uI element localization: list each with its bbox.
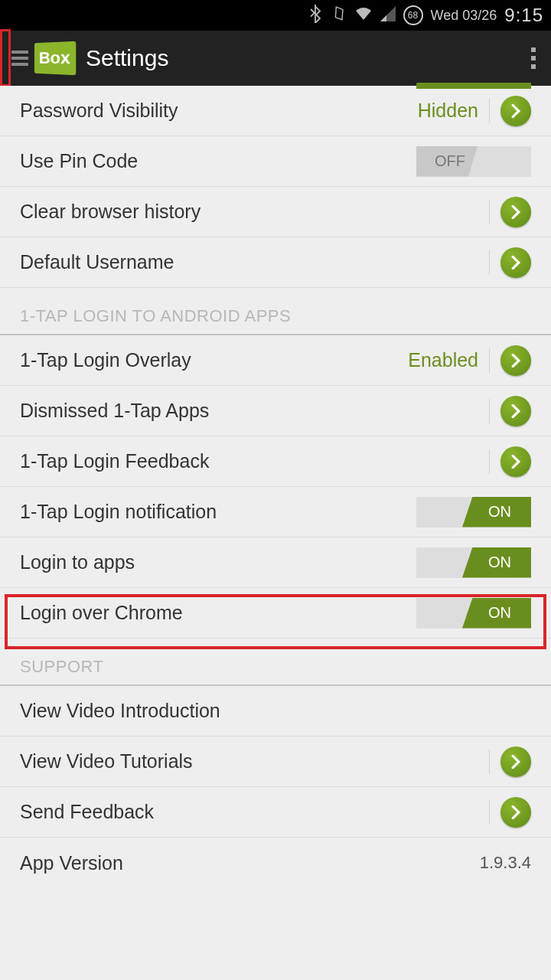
section-header-1tap: 1-TAP LOGIN TO ANDROID APPS bbox=[0, 288, 551, 335]
signal-icon bbox=[380, 6, 396, 25]
toggle-state: OFF bbox=[429, 152, 465, 170]
row-video-tutorials[interactable]: View Video Tutorials bbox=[0, 737, 551, 787]
chevron-right-icon[interactable] bbox=[500, 247, 531, 278]
divider bbox=[489, 250, 490, 275]
toggle-pin-code[interactable]: OFF bbox=[416, 146, 531, 177]
divider bbox=[489, 800, 490, 825]
app-version-value: 1.9.3.4 bbox=[480, 853, 531, 873]
app-logo: Box bbox=[34, 41, 76, 76]
row-password-visibility[interactable]: Password Visibility Hidden bbox=[0, 86, 551, 136]
chevron-right-icon[interactable] bbox=[500, 396, 531, 426]
divider bbox=[489, 399, 490, 423]
battery-level: 68 bbox=[408, 10, 418, 21]
chevron-right-icon[interactable] bbox=[500, 345, 531, 376]
row-default-username[interactable]: Default Username bbox=[0, 237, 551, 288]
row-label: Login to apps bbox=[20, 551, 416, 573]
row-1tap-notification[interactable]: 1-Tap Login notification ON bbox=[0, 487, 551, 537]
row-label: Login over Chrome bbox=[20, 602, 416, 624]
row-label: View Video Tutorials bbox=[20, 750, 489, 773]
row-label: Dismissed 1-Tap Apps bbox=[20, 400, 489, 422]
section-header-support: SUPPORT bbox=[0, 639, 551, 686]
row-send-feedback[interactable]: Send Feedback bbox=[0, 787, 551, 838]
toggle-state: ON bbox=[482, 554, 511, 571]
chevron-right-icon[interactable] bbox=[500, 797, 531, 828]
status-bar: 68 Wed 03/26 9:15 bbox=[0, 0, 551, 31]
row-label: App Version bbox=[20, 852, 480, 874]
row-value: Enabled bbox=[408, 349, 478, 371]
status-date: Wed 03/26 bbox=[431, 8, 497, 24]
toggle-login-chrome[interactable]: ON bbox=[416, 598, 531, 629]
divider bbox=[489, 99, 490, 123]
row-dismissed-1tap-apps[interactable]: Dismissed 1-Tap Apps bbox=[0, 386, 551, 436]
row-label: Clear browser history bbox=[20, 201, 489, 223]
row-app-version: App Version 1.9.3.4 bbox=[0, 838, 551, 888]
row-label: View Video Introduction bbox=[20, 700, 531, 722]
row-video-introduction[interactable]: View Video Introduction bbox=[0, 686, 551, 737]
row-use-pin-code[interactable]: Use Pin Code OFF bbox=[0, 136, 551, 187]
overflow-menu-icon[interactable] bbox=[531, 31, 536, 86]
bluetooth-icon bbox=[308, 5, 322, 27]
menu-icon[interactable] bbox=[11, 51, 28, 66]
toggle-state: ON bbox=[482, 604, 511, 622]
highlight-marker-left bbox=[0, 29, 11, 87]
row-label: Use Pin Code bbox=[20, 150, 416, 172]
row-label: 1-Tap Login Overlay bbox=[20, 349, 408, 371]
chevron-right-icon[interactable] bbox=[500, 746, 531, 777]
toggle-login-apps[interactable]: ON bbox=[416, 547, 531, 578]
row-1tap-overlay[interactable]: 1-Tap Login Overlay Enabled bbox=[0, 335, 551, 386]
vibrate-icon bbox=[330, 5, 347, 26]
wifi-icon bbox=[354, 6, 373, 25]
divider bbox=[489, 348, 490, 373]
row-label: Default Username bbox=[20, 251, 489, 273]
divider bbox=[489, 750, 490, 774]
app-bar: Box Settings bbox=[0, 31, 551, 86]
row-1tap-feedback[interactable]: 1-Tap Login Feedback bbox=[0, 436, 551, 487]
settings-list: Password Visibility Hidden Use Pin Code … bbox=[0, 86, 551, 888]
row-login-over-chrome[interactable]: Login over Chrome ON bbox=[0, 588, 551, 639]
row-label: 1-Tap Login notification bbox=[20, 501, 416, 523]
status-time: 9:15 bbox=[504, 5, 543, 26]
divider bbox=[489, 200, 490, 224]
chevron-right-icon[interactable] bbox=[500, 197, 531, 227]
battery-icon: 68 bbox=[403, 5, 423, 25]
row-login-to-apps[interactable]: Login to apps ON bbox=[0, 537, 551, 588]
row-clear-browser-history[interactable]: Clear browser history bbox=[0, 187, 551, 237]
divider bbox=[489, 449, 490, 474]
row-value: Hidden bbox=[418, 100, 478, 122]
chevron-right-icon[interactable] bbox=[500, 446, 531, 477]
chevron-right-icon[interactable] bbox=[500, 96, 531, 126]
row-label: Password Visibility bbox=[20, 100, 418, 122]
toggle-state: ON bbox=[482, 503, 511, 521]
row-label: Send Feedback bbox=[20, 801, 489, 823]
row-label: 1-Tap Login Feedback bbox=[20, 450, 489, 472]
page-title: Settings bbox=[86, 45, 168, 71]
toggle-1tap-notification[interactable]: ON bbox=[416, 497, 531, 528]
